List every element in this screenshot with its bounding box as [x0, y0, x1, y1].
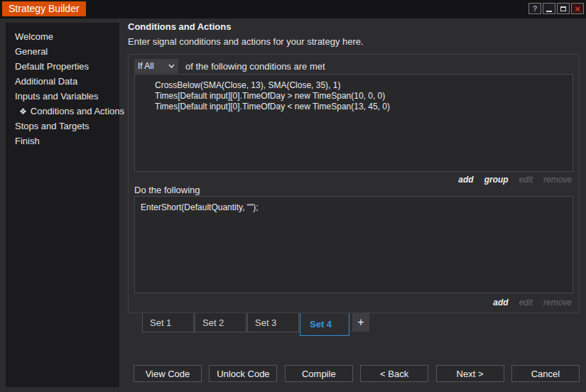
view-code-button[interactable]: View Code — [134, 365, 202, 382]
sidebar-item-general[interactable]: General — [6, 44, 119, 59]
compile-button[interactable]: Compile — [285, 365, 353, 382]
sidebar-item-label: Stops and Targets — [15, 121, 89, 131]
actions-label: Do the following — [134, 185, 579, 196]
close-button[interactable]: × — [571, 3, 584, 14]
tab-set-2[interactable]: Set 2 — [195, 313, 246, 332]
condition-mode-row: If All of the following conditions are m… — [134, 59, 573, 73]
title-bar: Strategy Builder ? × — [0, 0, 586, 18]
maximize-icon — [560, 6, 566, 11]
sidebar-item-label: Welcome — [15, 31, 53, 42]
set-tab-bar: Set 1Set 2Set 3Set 4+ — [142, 313, 369, 336]
chevron-down-icon — [168, 64, 175, 68]
next-button[interactable]: Next > — [436, 365, 504, 382]
action-row[interactable]: EnterShort(DefaultQuantity, ""); — [135, 202, 573, 213]
diamond-icon: ❖ — [19, 107, 27, 116]
sidebar-item-additional-data[interactable]: Additional Data — [6, 74, 119, 89]
window-controls: ? × — [528, 3, 584, 14]
remove-link: remove — [543, 175, 572, 185]
page-title: Conditions and Actions — [128, 21, 231, 32]
sidebar-item-label: Finish — [15, 136, 40, 146]
actions-list[interactable]: EnterShort(DefaultQuantity, ""); — [134, 196, 573, 293]
help-button[interactable]: ? — [528, 3, 541, 14]
minimize-icon — [546, 11, 552, 12]
add-link[interactable]: add — [493, 298, 508, 307]
sidebar-item-label: Additional Data — [15, 76, 77, 87]
footer-button-row: View CodeUnlock CodeCompile< BackNext >C… — [134, 365, 580, 382]
sidebar-item-label: General — [15, 46, 48, 57]
condition-row[interactable]: CrossBelow(SMA(Close, 13), SMA(Close, 35… — [135, 80, 573, 91]
sidebar-item-label: Inputs and Variables — [15, 91, 99, 102]
sidebar-item-finish[interactable]: Finish — [6, 134, 119, 148]
strategy-builder-window: Strategy Builder ? × WelcomeGeneralDefau… — [0, 0, 586, 392]
conditions-actions-panel: If All of the following conditions are m… — [128, 54, 580, 313]
tab-set-3[interactable]: Set 3 — [247, 313, 299, 332]
condition-mode-suffix: of the following conditions are met — [185, 61, 325, 72]
tab-set-4[interactable]: Set 4 — [300, 313, 349, 336]
conditions-link-row: addgroupeditremove — [129, 173, 572, 183]
actions-link-row: addeditremove — [129, 295, 572, 306]
sidebar-item-welcome[interactable]: Welcome — [6, 29, 119, 44]
window-title: Strategy Builder — [2, 1, 86, 16]
condition-row[interactable]: Times[Default input][0].TimeOfDay < new … — [135, 102, 573, 112]
sidebar-item-conditions-and-actions[interactable]: ❖Conditions and Actions — [6, 104, 119, 119]
add-link[interactable]: add — [458, 175, 473, 185]
sidebar-item-default-properties[interactable]: Default Properties — [6, 59, 119, 74]
condition-mode-value: If All — [138, 61, 154, 71]
remove-link: remove — [543, 298, 572, 307]
edit-link: edit — [519, 298, 533, 307]
sidebar-item-label: Default Properties — [15, 61, 89, 72]
sidebar-item-stops-and-targets[interactable]: Stops and Targets — [6, 119, 119, 134]
edit-link: edit — [519, 175, 533, 185]
page-subtitle: Enter signal conditions and actions for … — [128, 36, 364, 47]
conditions-list[interactable]: CrossBelow(SMA(Close, 13), SMA(Close, 35… — [134, 74, 573, 172]
back-button[interactable]: < Back — [360, 365, 428, 382]
unlock-code-button[interactable]: Unlock Code — [209, 365, 277, 382]
minimize-button[interactable] — [543, 3, 555, 14]
group-link[interactable]: group — [484, 175, 509, 185]
sidebar: WelcomeGeneralDefault PropertiesAddition… — [6, 23, 119, 387]
sidebar-item-inputs-and-variables[interactable]: Inputs and Variables — [6, 89, 119, 104]
add-set-button[interactable]: + — [352, 313, 369, 332]
maximize-button[interactable] — [557, 3, 570, 14]
condition-mode-select[interactable]: If All — [134, 59, 178, 73]
condition-row[interactable]: Times[Default input][0].TimeOfDay > new … — [135, 91, 573, 102]
tab-set-1[interactable]: Set 1 — [142, 313, 194, 332]
sidebar-item-label: Conditions and Actions — [31, 106, 124, 116]
cancel-button[interactable]: Cancel — [511, 365, 580, 382]
